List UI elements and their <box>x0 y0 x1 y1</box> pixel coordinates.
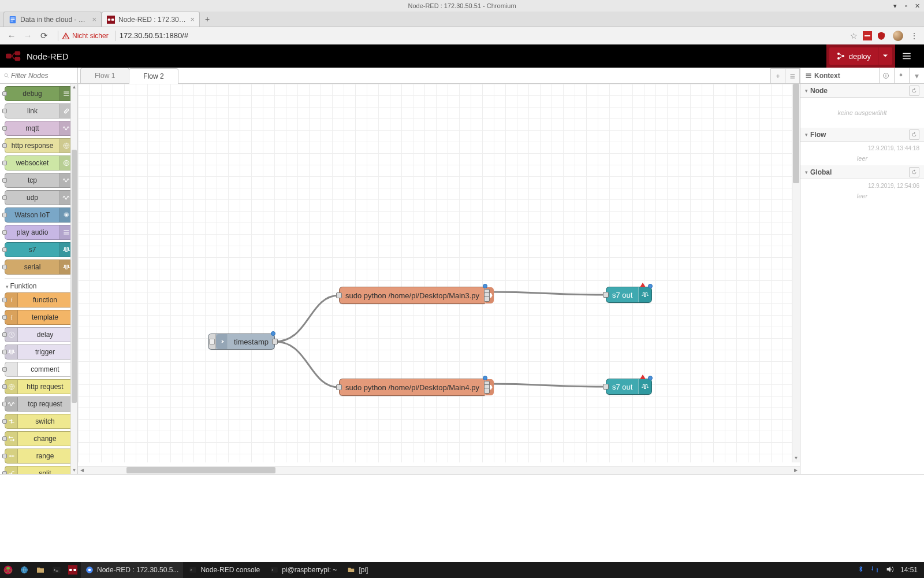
palette-node-switch[interactable]: switch <box>5 414 73 429</box>
input-port[interactable] <box>2 298 7 302</box>
window-minimize-icon[interactable]: ▾ <box>892 0 900 12</box>
palette-node-link[interactable]: link <box>5 103 73 118</box>
canvas-hscrollbar[interactable]: ◀ ▶ <box>78 466 800 474</box>
input-port[interactable] <box>2 213 7 217</box>
deploy-dropdown[interactable] <box>878 47 892 65</box>
palette-node-range[interactable]: range <box>5 449 73 464</box>
input-port[interactable] <box>2 161 7 165</box>
palette-node-mqtt[interactable]: mqtt <box>5 121 73 136</box>
taskbar-item-2[interactable]: pi@raspberrypi: ~ <box>266 562 341 578</box>
palette-node-split[interactable]: split <box>5 466 73 474</box>
back-button[interactable]: ← <box>6 31 17 40</box>
list-flows-button[interactable] <box>785 68 800 83</box>
palette-node-http-request[interactable]: http request <box>5 379 73 394</box>
input-port[interactable] <box>2 471 7 474</box>
bluetooth-icon[interactable] <box>856 565 865 575</box>
forward-button[interactable]: → <box>22 31 33 40</box>
context-section-global[interactable]: Global <box>800 165 924 179</box>
input-port[interactable] <box>2 454 7 458</box>
input-port[interactable] <box>603 292 609 298</box>
browser-tab-1[interactable]: Node-RED : 172.30.50.51 × <box>102 12 200 27</box>
palette-node-websocket[interactable]: websocket <box>5 155 73 171</box>
input-port[interactable] <box>2 367 7 372</box>
input-port[interactable] <box>2 419 7 424</box>
window-close-icon[interactable]: ✕ <box>914 0 922 12</box>
scroll-up-icon[interactable]: ▲ <box>71 84 77 91</box>
palette-search[interactable] <box>0 68 77 84</box>
sidebar-dropdown-icon[interactable]: ▾ <box>909 68 924 83</box>
node-s7out-a[interactable]: s7 out <box>606 287 652 303</box>
refresh-icon[interactable] <box>909 129 919 140</box>
flow-tab-1[interactable]: Flow 2 <box>129 68 178 84</box>
palette-filter-input[interactable] <box>10 71 74 80</box>
input-port[interactable] <box>2 332 7 337</box>
palette-category-funktion[interactable]: Funktion <box>5 278 73 292</box>
node-inject-timestamp[interactable]: timestamp <box>208 334 275 350</box>
palette-node-http-response[interactable]: http response <box>5 138 73 153</box>
web-browser-icon[interactable] <box>16 562 32 578</box>
output-port-3[interactable] <box>484 296 490 302</box>
tab-close-icon[interactable]: × <box>92 15 96 24</box>
nodered-launcher-icon[interactable] <box>65 562 81 578</box>
input-port[interactable] <box>603 384 609 390</box>
canvas-vscrollbar[interactable]: ▼ <box>792 84 800 462</box>
start-menu-icon[interactable] <box>0 562 16 578</box>
palette-node-Watson-IoT[interactable]: Watson IoT <box>5 208 73 223</box>
input-port[interactable] <box>2 315 7 320</box>
palette-node-template[interactable]: {template <box>5 310 73 325</box>
new-tab-button[interactable]: + <box>200 12 215 27</box>
context-section-flow[interactable]: Flow <box>800 128 924 142</box>
output-port[interactable] <box>272 339 278 344</box>
input-port[interactable] <box>2 195 7 200</box>
browser-tab-0[interactable]: Data in the cloud - Google D… × <box>3 12 102 27</box>
profile-avatar-icon[interactable] <box>893 31 903 41</box>
extension-icon-2[interactable] <box>877 31 886 40</box>
input-port[interactable] <box>2 402 7 406</box>
inject-button[interactable] <box>208 334 216 349</box>
main-menu-button[interactable] <box>895 45 918 68</box>
input-port[interactable] <box>2 230 7 235</box>
bookmark-star-icon[interactable]: ☆ <box>847 31 860 40</box>
security-chip[interactable]: Nicht sicher <box>62 32 109 40</box>
input-port[interactable] <box>2 247 7 252</box>
add-flow-button[interactable]: + <box>770 68 785 83</box>
taskbar-item-1[interactable]: Node-RED console <box>184 562 264 578</box>
network-icon[interactable] <box>870 565 880 576</box>
output-port-3[interactable] <box>484 388 490 394</box>
taskbar-item-3[interactable]: [pi] <box>342 562 372 578</box>
deploy-button[interactable]: deploy <box>826 45 895 68</box>
scroll-left-icon[interactable]: ◀ <box>78 466 86 474</box>
browser-menu-icon[interactable]: ⋮ <box>910 31 918 40</box>
input-port[interactable] <box>2 126 7 131</box>
palette-node-udp[interactable]: udp <box>5 190 73 205</box>
sidebar-tab-debug-icon[interactable] <box>894 68 909 83</box>
input-port[interactable] <box>2 109 7 113</box>
input-port[interactable] <box>2 178 7 183</box>
flow-canvas[interactable]: timestamp sudo python /home/pi/Desktop/M… <box>78 84 800 462</box>
refresh-icon[interactable] <box>909 86 919 96</box>
clock-text[interactable]: 14:51 <box>900 566 918 574</box>
context-section-node[interactable]: Node <box>800 84 924 98</box>
scrollbar-thumb[interactable] <box>126 467 275 473</box>
palette-node-tcp[interactable]: tcp <box>5 173 73 188</box>
reload-button[interactable]: ⟳ <box>38 31 50 41</box>
palette-node-comment[interactable]: comment <box>5 362 73 377</box>
tab-close-icon[interactable]: × <box>190 15 195 24</box>
input-port[interactable] <box>2 143 7 148</box>
node-exec-main3[interactable]: sudo python /home/pi/Desktop/Main3.py <box>339 287 487 304</box>
palette-scrollbar[interactable]: ▲ ▼ <box>70 84 77 474</box>
node-s7out-b[interactable]: s7 out <box>606 379 652 395</box>
palette-node-tcp-request[interactable]: tcp request <box>5 397 73 412</box>
sidebar-tab-info-icon[interactable] <box>879 68 894 83</box>
extension-icon-1[interactable] <box>863 31 872 40</box>
palette-node-play-audio[interactable]: play audio <box>5 225 73 240</box>
input-port[interactable] <box>2 384 7 389</box>
refresh-icon[interactable] <box>909 167 919 177</box>
palette-node-s7[interactable]: s7 <box>5 242 73 257</box>
palette-node-function[interactable]: ffunction <box>5 292 73 307</box>
palette-node-change[interactable]: change <box>5 431 73 446</box>
input-port[interactable] <box>336 384 342 390</box>
palette-node-debug[interactable]: debug <box>5 86 73 101</box>
scroll-down-icon[interactable]: ▼ <box>792 454 800 462</box>
input-port[interactable] <box>2 436 7 441</box>
